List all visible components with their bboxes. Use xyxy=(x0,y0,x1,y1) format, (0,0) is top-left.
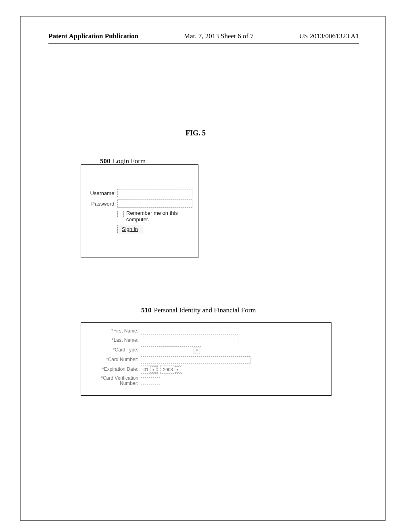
chevron-down-icon: ▾ xyxy=(150,366,156,373)
chevron-down-icon: ▾ xyxy=(175,366,181,373)
exp-month-select[interactable]: 01 ▾ xyxy=(141,366,158,374)
page-header: Patent Application Publication Mar. 7, 2… xyxy=(48,32,359,40)
login-ref-title: Login Form xyxy=(113,157,146,165)
cvn-row: *Card Verification Number: xyxy=(87,376,325,386)
cvn-label: *Card Verification Number: xyxy=(87,376,141,386)
card-type-label: *Card Type: xyxy=(87,347,141,353)
financial-ref-number: 510 xyxy=(141,306,152,314)
remember-row: Remember me on this computer. xyxy=(117,210,192,223)
last-name-row: *Last Name: xyxy=(87,337,325,344)
exp-year-value: 2008 xyxy=(161,367,174,372)
last-name-input[interactable] xyxy=(141,337,238,344)
financial-form: *First Name: *Last Name: *Card Type: ▾ *… xyxy=(81,323,331,391)
chevron-down-icon: ▾ xyxy=(194,347,200,353)
publication-label: Patent Application Publication xyxy=(48,32,138,40)
login-form: Username: Password: Remember me on this … xyxy=(81,165,198,237)
publication-date-sheet: Mar. 7, 2013 Sheet 6 of 7 xyxy=(138,32,299,40)
username-label: Username: xyxy=(87,190,117,196)
password-row: Password: xyxy=(87,200,192,208)
page-border xyxy=(20,16,386,521)
financial-form-reference: 510Personal Identity and Financial Form xyxy=(141,306,256,314)
last-name-label: *Last Name: xyxy=(87,338,141,343)
exp-year-select[interactable]: 2008 ▾ xyxy=(160,366,182,374)
card-type-row: *Card Type: ▾ xyxy=(87,346,325,354)
card-type-select[interactable]: ▾ xyxy=(141,346,201,354)
remember-label: Remember me on this computer. xyxy=(126,210,192,223)
password-input[interactable] xyxy=(117,200,192,208)
login-form-reference: 500Login Form xyxy=(100,157,146,165)
header-rule xyxy=(48,43,359,44)
first-name-label: *First Name: xyxy=(87,328,141,334)
login-form-box: Username: Password: Remember me on this … xyxy=(81,164,198,258)
card-number-input[interactable] xyxy=(141,356,250,364)
cvn-input[interactable] xyxy=(141,377,160,384)
financial-form-box: *First Name: *Last Name: *Card Type: ▾ *… xyxy=(81,322,332,396)
first-name-row: *First Name: xyxy=(87,328,325,335)
card-number-row: *Card Number: xyxy=(87,356,325,364)
figure-label: FIG. 5 xyxy=(186,129,206,137)
signin-button[interactable]: Sign in xyxy=(117,225,142,233)
publication-number: US 2013/0061323 A1 xyxy=(299,32,359,40)
expiration-label: *Expiration Date: xyxy=(87,367,141,372)
remember-checkbox[interactable] xyxy=(117,211,124,217)
password-label: Password: xyxy=(87,201,117,207)
login-ref-number: 500 xyxy=(100,157,111,165)
username-input[interactable] xyxy=(117,189,192,197)
username-row: Username: xyxy=(87,189,192,197)
expiration-row: *Expiration Date: 01 ▾ 2008 ▾ xyxy=(87,366,325,374)
signin-wrap: Sign in xyxy=(117,225,192,233)
card-number-label: *Card Number: xyxy=(87,357,141,362)
exp-month-value: 01 xyxy=(142,367,150,372)
first-name-input[interactable] xyxy=(141,328,238,335)
financial-ref-title: Personal Identity and Financial Form xyxy=(154,306,256,314)
